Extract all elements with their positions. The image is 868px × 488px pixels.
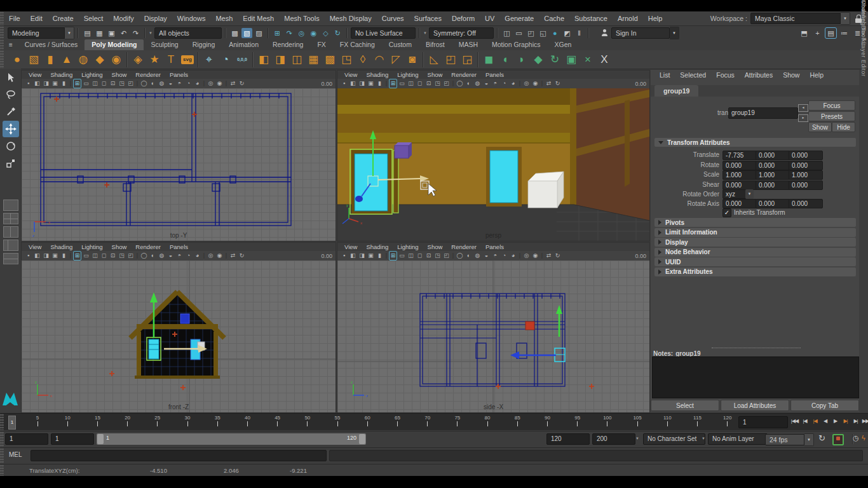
grid-toggle-icon[interactable]: ⊞ bbox=[74, 79, 81, 88]
shelf-tab[interactable]: MASH bbox=[452, 39, 485, 50]
retopologize-icon[interactable]: ↻ bbox=[546, 51, 563, 68]
lock-camera-icon[interactable]: ◨ bbox=[358, 79, 365, 88]
snap-view-plane-icon[interactable]: ◇ bbox=[320, 28, 331, 38]
menu-item[interactable]: Mesh Display bbox=[325, 11, 377, 25]
ae-menu-item[interactable]: List bbox=[654, 71, 675, 79]
bridge-icon[interactable]: ◠ bbox=[371, 51, 388, 68]
fps-arrow-icon[interactable]: ▼ bbox=[804, 433, 814, 446]
ssao-icon[interactable]: ◔ bbox=[185, 79, 192, 88]
section-pivots[interactable]: Pivots bbox=[654, 218, 856, 227]
viewport-menu-item[interactable]: Panels bbox=[481, 71, 508, 78]
snap-projected-center-icon[interactable]: ◉ bbox=[308, 28, 319, 38]
viewport-menu-item[interactable]: Panels bbox=[481, 243, 508, 250]
scale-tool-icon[interactable] bbox=[3, 155, 19, 172]
attr-field-z[interactable]: 0.000 bbox=[789, 180, 823, 190]
light-editor-icon[interactable]: ◩ bbox=[562, 28, 573, 38]
pin-icon[interactable]: ▪ bbox=[25, 79, 32, 88]
grid-toggle-icon[interactable]: ⊞ bbox=[74, 252, 81, 260]
viewport-menu-item[interactable]: Show bbox=[107, 243, 132, 250]
shelf-tab[interactable]: FX bbox=[310, 39, 332, 50]
commandline-grip[interactable] bbox=[0, 448, 4, 463]
ssao-icon[interactable]: ◔ bbox=[185, 252, 192, 260]
wireframe-mode-icon[interactable]: ◯ bbox=[140, 252, 147, 260]
divider[interactable]: | bbox=[136, 252, 139, 260]
menu-item[interactable]: Deform bbox=[447, 11, 480, 25]
poly-torus-icon[interactable]: ◍ bbox=[75, 51, 92, 68]
time-slider[interactable]: 1 5 10 15 20 25 30 35 bbox=[0, 413, 868, 430]
layout-single-pane-button[interactable] bbox=[3, 200, 18, 211]
playback-start-field[interactable]: 1 bbox=[51, 433, 94, 445]
gamma-icon[interactable]: ↻ bbox=[238, 252, 245, 260]
viewport-menu-item[interactable]: Show bbox=[423, 71, 447, 78]
boolean-difference-icon[interactable]: ◖ bbox=[497, 51, 513, 68]
gate-mask-icon[interactable]: ◻ bbox=[100, 252, 107, 260]
presets-button[interactable]: Presets bbox=[808, 111, 855, 121]
transform-name-field[interactable]: group19 bbox=[728, 107, 798, 119]
viewport-menu-item[interactable]: View bbox=[340, 243, 362, 250]
viewport-menu-item[interactable]: View bbox=[24, 71, 46, 78]
menu-item[interactable]: Create bbox=[48, 11, 79, 25]
attr-field-x[interactable]: 0.000 bbox=[722, 180, 757, 190]
select-button[interactable]: Select bbox=[651, 400, 719, 411]
attr-field-y[interactable]: 0.000 bbox=[756, 161, 790, 170]
select-camera-icon[interactable]: ◧ bbox=[349, 79, 356, 88]
viewport-canvas-front[interactable]: y x front -Z bbox=[22, 261, 336, 412]
menu-item[interactable]: Substance bbox=[569, 11, 613, 25]
field-chart-icon[interactable]: ⊡ bbox=[109, 79, 116, 88]
safe-action-icon[interactable]: ◳ bbox=[434, 252, 441, 260]
separate-icon[interactable]: ◨ bbox=[272, 51, 288, 68]
modeling-toolkit-icon[interactable]: ⬒ bbox=[799, 28, 810, 38]
menu-item[interactable]: Edit Mesh bbox=[238, 11, 279, 25]
viewport-menu-item[interactable]: Lighting bbox=[393, 243, 423, 250]
lasso-tool-icon[interactable] bbox=[3, 86, 19, 103]
menu-item[interactable]: Curves bbox=[377, 11, 409, 25]
motion-blur-icon[interactable]: ◕ bbox=[194, 79, 201, 88]
safe-action-icon[interactable]: ◳ bbox=[434, 79, 441, 88]
lock-camera-icon[interactable]: ◨ bbox=[358, 252, 365, 260]
playback-end-field[interactable]: 120 bbox=[546, 433, 590, 445]
rotate-order-select[interactable]: xyz bbox=[722, 189, 747, 199]
make-live-icon[interactable]: ↻ bbox=[332, 28, 343, 38]
xray-icon[interactable]: ◎ bbox=[523, 252, 530, 260]
viewport-canvas-persp[interactable]: y x persp bbox=[337, 88, 649, 241]
shaded-mode-icon[interactable]: ◐ bbox=[149, 79, 156, 88]
safe-title-icon[interactable]: ◰ bbox=[443, 79, 450, 88]
poly-sphere-icon[interactable]: ● bbox=[9, 51, 25, 68]
viewport-menu-item[interactable]: Shading bbox=[362, 71, 393, 78]
layout-four-pane-button[interactable] bbox=[3, 213, 18, 224]
select-camera-icon[interactable]: ◧ bbox=[34, 252, 41, 260]
section-uuid[interactable]: UUID bbox=[654, 257, 856, 266]
bookmark-icon[interactable]: ▮ bbox=[60, 252, 67, 260]
animation-end-field[interactable]: 200 bbox=[592, 433, 635, 445]
command-input[interactable] bbox=[31, 450, 327, 461]
evaluation-mode-icon[interactable]: ϟ bbox=[862, 434, 865, 442]
resolution-gate-icon[interactable]: ◫ bbox=[407, 252, 414, 260]
field-chart-icon[interactable]: ⊡ bbox=[425, 252, 432, 260]
textured-mode-icon[interactable]: ◍ bbox=[474, 252, 481, 260]
step-back-frame-button[interactable]: |◀ bbox=[800, 416, 810, 427]
xray-icon[interactable]: ◎ bbox=[523, 79, 530, 88]
viewport-menu-item[interactable]: Shading bbox=[46, 243, 77, 250]
pin-icon[interactable]: ▪ bbox=[25, 252, 32, 260]
shelf-icons-grip[interactable] bbox=[0, 50, 4, 69]
ipr-render-icon[interactable]: ◰ bbox=[526, 28, 536, 38]
anim-layer-field[interactable]: No Anim Layer bbox=[708, 433, 768, 445]
gate-mask-icon[interactable]: ◻ bbox=[416, 252, 423, 260]
shaded-mode-icon[interactable]: ◐ bbox=[149, 252, 156, 260]
select-tool-icon[interactable] bbox=[3, 69, 19, 86]
copy-tab-button[interactable]: Copy Tab bbox=[790, 400, 859, 411]
wireframe-mode-icon[interactable]: ◯ bbox=[456, 79, 463, 88]
shelf-menu-icon[interactable]: ≡ bbox=[4, 41, 18, 48]
shelf-tab[interactable]: Rigging bbox=[186, 39, 222, 50]
range-start-handle[interactable] bbox=[97, 434, 104, 444]
select-component-icon[interactable]: ▨ bbox=[254, 28, 264, 38]
snap-point-icon[interactable]: ◎ bbox=[296, 28, 307, 38]
load-attributes-button[interactable]: Load Attributes bbox=[721, 400, 789, 411]
safe-title-icon[interactable]: ◰ bbox=[127, 252, 134, 260]
exposure-icon[interactable]: ⇄ bbox=[545, 252, 552, 260]
humanik-icon[interactable]: + bbox=[812, 28, 823, 38]
boolean-intersect-icon[interactable]: ◗ bbox=[513, 51, 530, 68]
divider[interactable]: | bbox=[203, 252, 205, 260]
resolution-gate-icon[interactable]: ◫ bbox=[92, 252, 98, 260]
menu-item[interactable]: Help bbox=[643, 11, 668, 25]
